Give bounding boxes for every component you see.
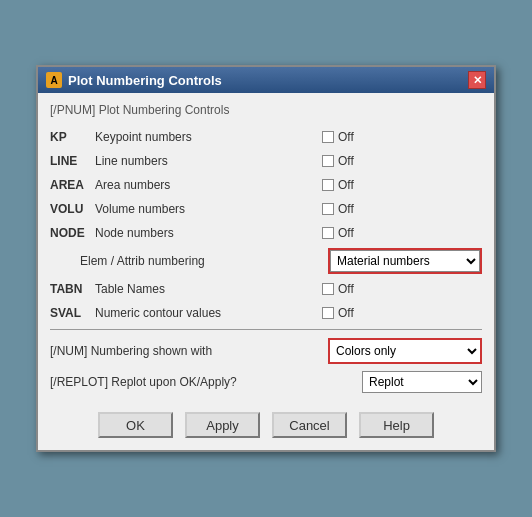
tabn-code: TABN xyxy=(50,282,95,296)
divider-1 xyxy=(50,329,482,330)
sval-row: SVAL Numeric contour values Off xyxy=(50,301,482,325)
kp-code: KP xyxy=(50,130,95,144)
volu-control: Off xyxy=(322,202,482,216)
sval-label: Numeric contour values xyxy=(95,306,322,320)
area-off-label: Off xyxy=(338,178,354,192)
node-off-label: Off xyxy=(338,226,354,240)
cancel-button[interactable]: Cancel xyxy=(272,412,347,438)
replot-select[interactable]: Replot Do not replot xyxy=(362,371,482,393)
node-code: NODE xyxy=(50,226,95,240)
title-bar-left: A Plot Numbering Controls xyxy=(46,72,222,88)
volu-code: VOLU xyxy=(50,202,95,216)
title-bar: A Plot Numbering Controls ✕ xyxy=(38,67,494,93)
volu-checkbox[interactable] xyxy=(322,203,334,215)
tabn-checkbox[interactable] xyxy=(322,283,334,295)
line-code: LINE xyxy=(50,154,95,168)
section-header: [/PNUM] Plot Numbering Controls xyxy=(50,101,482,119)
kp-control: Off xyxy=(322,130,482,144)
tabn-off-label: Off xyxy=(338,282,354,296)
area-row: AREA Area numbers Off xyxy=(50,173,482,197)
material-select-wrap: No numbering Material numbers Element ty… xyxy=(328,248,482,274)
line-row: LINE Line numbers Off xyxy=(50,149,482,173)
ok-button[interactable]: OK xyxy=(98,412,173,438)
node-checkbox[interactable] xyxy=(322,227,334,239)
material-select[interactable]: No numbering Material numbers Element ty… xyxy=(330,250,480,272)
help-button[interactable]: Help xyxy=(359,412,434,438)
area-code: AREA xyxy=(50,178,95,192)
numbering-label: [/NUM] Numbering shown with xyxy=(50,344,328,358)
line-control: Off xyxy=(322,154,482,168)
node-control: Off xyxy=(322,226,482,240)
area-control: Off xyxy=(322,178,482,192)
window-title: Plot Numbering Controls xyxy=(68,73,222,88)
tabn-control: Off xyxy=(322,282,482,296)
close-button[interactable]: ✕ xyxy=(468,71,486,89)
area-checkbox[interactable] xyxy=(322,179,334,191)
sval-control: Off xyxy=(322,306,482,320)
numbering-row: [/NUM] Numbering shown with No numbering… xyxy=(50,334,482,368)
tabn-label: Table Names xyxy=(95,282,322,296)
dialog-content: [/PNUM] Plot Numbering Controls KP Keypo… xyxy=(38,93,494,450)
node-label: Node numbers xyxy=(95,226,322,240)
app-icon: A xyxy=(46,72,62,88)
button-row: OK Apply Cancel Help xyxy=(50,406,482,438)
tabn-row: TABN Table Names Off xyxy=(50,277,482,301)
kp-off-label: Off xyxy=(338,130,354,144)
line-off-label: Off xyxy=(338,154,354,168)
volu-off-label: Off xyxy=(338,202,354,216)
elem-label: Elem / Attrib numbering xyxy=(80,254,328,268)
sval-code: SVAL xyxy=(50,306,95,320)
volu-label: Volume numbers xyxy=(95,202,322,216)
kp-row: KP Keypoint numbers Off xyxy=(50,125,482,149)
sval-off-label: Off xyxy=(338,306,354,320)
volu-row: VOLU Volume numbers Off xyxy=(50,197,482,221)
node-row: NODE Node numbers Off xyxy=(50,221,482,245)
elem-row: Elem / Attrib numbering No numbering Mat… xyxy=(50,245,482,277)
sval-checkbox[interactable] xyxy=(322,307,334,319)
numbering-select-wrap: No numbering Colors only Numbers only Co… xyxy=(328,338,482,364)
line-label: Line numbers xyxy=(95,154,322,168)
kp-checkbox[interactable] xyxy=(322,131,334,143)
main-window: A Plot Numbering Controls ✕ [/PNUM] Plot… xyxy=(36,65,496,452)
apply-button[interactable]: Apply xyxy=(185,412,260,438)
line-checkbox[interactable] xyxy=(322,155,334,167)
replot-row: [/REPLOT] Replot upon OK/Apply? Replot D… xyxy=(50,368,482,396)
area-label: Area numbers xyxy=(95,178,322,192)
kp-label: Keypoint numbers xyxy=(95,130,322,144)
replot-label: [/REPLOT] Replot upon OK/Apply? xyxy=(50,375,362,389)
numbering-select[interactable]: No numbering Colors only Numbers only Co… xyxy=(330,340,480,362)
